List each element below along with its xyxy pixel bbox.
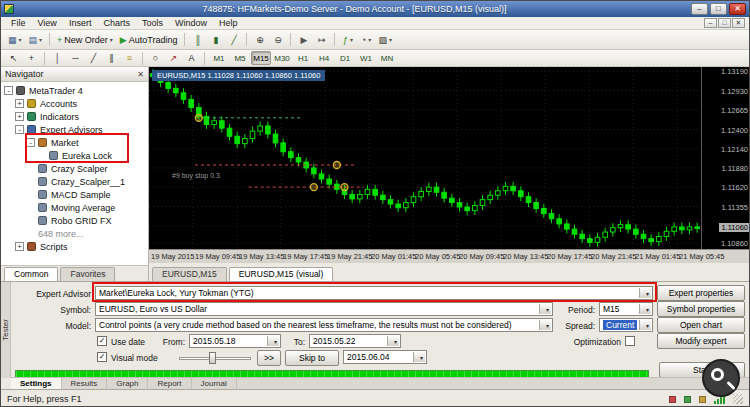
navigator-header[interactable]: Navigator ✕: [1, 67, 148, 82]
chart-tab-eurusd-m15-visual[interactable]: EURUSD,M15 (visual): [229, 267, 334, 281]
new-order-button[interactable]: +New Order▾: [54, 32, 116, 48]
spread-select[interactable]: Current: [599, 318, 653, 332]
modify-expert-button[interactable]: Modify expert: [657, 333, 745, 349]
visual-mode-checkbox[interactable]: ✓: [97, 352, 107, 362]
expert-properties-button[interactable]: Expert properties: [657, 285, 745, 301]
tree-item-moving-average[interactable]: Moving Average: [1, 201, 148, 214]
channel-icon[interactable]: ∥: [103, 50, 120, 66]
symbol-properties-button[interactable]: Symbol properties: [657, 301, 745, 317]
close-button[interactable]: ✕: [729, 3, 746, 15]
date-axis[interactable]: 19 May 201519 May 09:4519 May 13:4519 Ma…: [149, 249, 750, 263]
horizontal-line-icon[interactable]: ─: [67, 50, 84, 66]
tester-tab-journal[interactable]: Journal: [192, 378, 237, 389]
tree-item-scripts[interactable]: +Scripts: [1, 240, 148, 253]
period-select[interactable]: M15: [599, 302, 653, 316]
fibonacci-icon[interactable]: ≡: [121, 50, 138, 66]
timeframe-m1-button[interactable]: M1: [209, 51, 229, 65]
optimization-checkbox[interactable]: [625, 336, 635, 346]
shapes-icon[interactable]: ○: [147, 50, 164, 66]
menu-help[interactable]: Help: [213, 18, 244, 28]
auto-scroll-icon[interactable]: ▶: [295, 32, 312, 48]
chart-shift-icon[interactable]: ↦: [313, 32, 330, 48]
periods-icon[interactable]: ◔▾: [357, 32, 374, 48]
tree-item-eureka-lock[interactable]: Eureka Lock: [1, 149, 148, 162]
chart-plot[interactable]: EURUSD,M15 1.11028 1.11060 1.10860 1.110…: [149, 67, 701, 249]
tree-item-crazy-scalper[interactable]: Crazy Scalper: [1, 162, 148, 175]
from-date-select[interactable]: 2015.05.18: [189, 334, 281, 348]
model-select[interactable]: Control points (a very crude method base…: [95, 318, 553, 332]
fast-forward-button[interactable]: >>: [257, 350, 281, 366]
timeframe-h4-button[interactable]: H4: [314, 51, 334, 65]
candlestick-chart-icon[interactable]: ▮: [207, 32, 224, 48]
timeframe-w1-button[interactable]: W1: [356, 51, 376, 65]
tree-item-648-more[interactable]: 648 more...: [1, 227, 148, 240]
arrows-icon[interactable]: ↗: [165, 50, 182, 66]
slider-thumb[interactable]: [209, 352, 216, 364]
tree-item-expert-advisors[interactable]: -Expert Advisors: [1, 123, 148, 136]
menu-insert[interactable]: Insert: [63, 18, 98, 28]
chart-minimize-button[interactable]: –: [704, 18, 717, 28]
menu-window[interactable]: Window: [169, 18, 213, 28]
price-axis[interactable]: 1.131901.129301.126651.124001.121401.118…: [701, 67, 750, 249]
skip-to-date-select[interactable]: 2015.06.04: [343, 350, 427, 364]
tree-item-indicators[interactable]: +Indicators: [1, 110, 148, 123]
tree-item-metatrader-4[interactable]: -MetaTrader 4: [1, 84, 148, 97]
trendline-icon[interactable]: ╱: [85, 50, 102, 66]
text-icon[interactable]: A: [183, 50, 200, 66]
expand-icon[interactable]: +: [15, 99, 24, 108]
indicators-icon[interactable]: ƒ▾: [339, 32, 356, 48]
collapse-icon[interactable]: -: [4, 86, 13, 95]
collapse-icon[interactable]: -: [26, 138, 35, 147]
autotrading-button[interactable]: ▶AutoTrading: [117, 32, 181, 48]
expand-icon[interactable]: +: [15, 242, 24, 251]
timeframe-m15-button[interactable]: M15: [251, 51, 271, 65]
timeframe-m30-button[interactable]: M30: [272, 51, 292, 65]
tree-item-macd-sample[interactable]: MACD Sample: [1, 188, 148, 201]
open-chart-button[interactable]: Open chart: [657, 317, 745, 333]
tester-tab-graph[interactable]: Graph: [107, 378, 148, 389]
templates-icon[interactable]: ▨▾: [375, 32, 395, 48]
profiles-icon[interactable]: ▤▾: [26, 32, 46, 48]
zoom-out-icon[interactable]: ⊖: [269, 32, 286, 48]
tree-item-accounts[interactable]: +Accounts: [1, 97, 148, 110]
tree-item-market[interactable]: -Market: [1, 136, 148, 149]
tree-item-robo-grid-fx[interactable]: Robo GRID FX: [1, 214, 148, 227]
new-chart-icon[interactable]: ▦▾: [5, 32, 25, 48]
tester-tab-settings[interactable]: Settings: [11, 378, 62, 389]
tester-vertical-tab[interactable]: Tester: [1, 282, 11, 378]
chart-restore-button[interactable]: □: [718, 18, 731, 28]
menu-file[interactable]: File: [5, 18, 32, 28]
minimize-button[interactable]: –: [691, 3, 708, 15]
use-date-checkbox[interactable]: ✓: [97, 336, 107, 346]
menu-charts[interactable]: Charts: [97, 18, 136, 28]
cursor-icon[interactable]: ↖: [5, 50, 22, 66]
navigator-close-icon[interactable]: ✕: [137, 70, 144, 79]
collapse-icon[interactable]: -: [15, 125, 24, 134]
menu-tools[interactable]: Tools: [136, 18, 169, 28]
tester-tab-results[interactable]: Results: [62, 378, 108, 389]
titlebar[interactable]: 748875: HFMarkets-Demo Server - Demo Acc…: [1, 1, 749, 17]
crosshair-icon[interactable]: +: [23, 50, 40, 66]
to-date-select[interactable]: 2015.05.22: [309, 334, 401, 348]
timeframe-d1-button[interactable]: D1: [335, 51, 355, 65]
chart-tab-eurusd-m15[interactable]: EURUSD,M15: [152, 267, 227, 281]
nav-tab-common[interactable]: Common: [4, 267, 58, 281]
bar-chart-icon[interactable]: ║: [189, 32, 206, 48]
symbol-select[interactable]: EURUSD, Euro vs US Dollar: [95, 302, 553, 316]
expand-icon[interactable]: +: [15, 112, 24, 121]
tester-tab-report[interactable]: Report: [148, 378, 191, 389]
timeframe-h1-button[interactable]: H1: [293, 51, 313, 65]
resize-grip[interactable]: [733, 394, 743, 404]
menu-view[interactable]: View: [32, 18, 63, 28]
vertical-line-icon[interactable]: │: [49, 50, 66, 66]
expert-advisor-select[interactable]: Market\Eureka Lock, Yury Tokman (YTG): [95, 286, 653, 300]
timeframe-mn-button[interactable]: MN: [377, 51, 397, 65]
timeframe-m5-button[interactable]: M5: [230, 51, 250, 65]
maximize-button[interactable]: □: [710, 3, 727, 15]
tree-item-crazy-scalper-1[interactable]: Crazy_Scalper__1: [1, 175, 148, 188]
skip-to-button[interactable]: Skip to: [285, 350, 339, 366]
chart-close-button[interactable]: ✕: [732, 18, 745, 28]
zoom-in-icon[interactable]: ⊕: [251, 32, 268, 48]
line-chart-icon[interactable]: ╱: [225, 32, 242, 48]
visual-speed-slider[interactable]: [179, 351, 251, 365]
